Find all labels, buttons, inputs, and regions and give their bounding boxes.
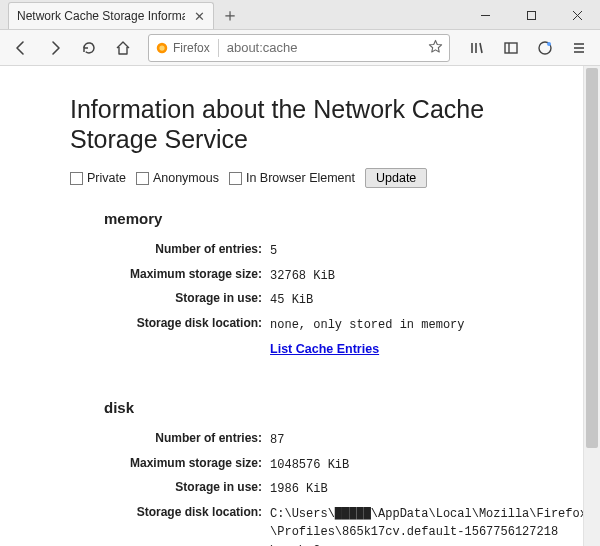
scrollbar-thumb[interactable] [586, 68, 598, 448]
checkbox-icon [229, 172, 242, 185]
window-titlebar: Network Cache Storage Informatio ✕ ＋ [0, 0, 600, 30]
update-button[interactable]: Update [365, 168, 427, 188]
page-title: Information about the Network Cache Stor… [70, 94, 552, 154]
svg-point-5 [159, 45, 164, 50]
reload-button[interactable] [74, 33, 104, 63]
row-value: 1986 KiB [270, 477, 587, 502]
private-checkbox[interactable]: Private [70, 171, 126, 185]
checkbox-icon [70, 172, 83, 185]
tab-title: Network Cache Storage Informatio [17, 9, 185, 23]
window-maximize-button[interactable] [508, 0, 554, 30]
table-row: Storage in use: 1986 KiB [130, 477, 587, 502]
checkbox-label: Private [87, 171, 126, 185]
home-button[interactable] [108, 33, 138, 63]
bookmark-star-icon[interactable] [428, 39, 443, 57]
table-row: Maximum storage size: 32768 KiB [130, 264, 464, 289]
library-button[interactable] [462, 33, 492, 63]
table-row: Storage in use: 45 KiB [130, 288, 464, 313]
row-label: Maximum storage size: [130, 264, 270, 289]
window-minimize-button[interactable] [462, 0, 508, 30]
table-row: Storage disk location: C:\Users\█████\Ap… [130, 502, 587, 546]
table-row: Number of entries: 87 [130, 428, 587, 453]
row-value: 1048576 KiB [270, 453, 587, 478]
vertical-scrollbar[interactable] [583, 66, 600, 546]
checkbox-label: Anonymous [153, 171, 219, 185]
urlbar-separator [218, 39, 219, 57]
row-label: Storage in use: [130, 288, 270, 313]
window-close-button[interactable] [554, 0, 600, 30]
svg-rect-9 [505, 43, 517, 53]
identity-label: Firefox [173, 41, 210, 55]
back-button[interactable] [6, 33, 36, 63]
row-label: Storage in use: [130, 477, 270, 502]
list-entries-link[interactable]: List Cache Entries [270, 342, 379, 356]
table-row: Number of entries: 5 [130, 239, 464, 264]
row-label: Storage disk location: [130, 313, 270, 338]
cache-section-memory: memory Number of entries: 5 Maximum stor… [70, 210, 552, 363]
row-value: 5 [270, 239, 464, 264]
sidebar-button[interactable] [496, 33, 526, 63]
checkbox-label: In Browser Element [246, 171, 355, 185]
row-value: 32768 KiB [270, 264, 464, 289]
app-menu-button[interactable] [564, 33, 594, 63]
svg-rect-1 [527, 11, 535, 19]
section-heading: memory [104, 210, 552, 227]
row-value: 87 [270, 428, 587, 453]
anonymous-checkbox[interactable]: Anonymous [136, 171, 219, 185]
identity-box[interactable]: Firefox [155, 41, 210, 55]
checkbox-icon [136, 172, 149, 185]
in-browser-element-checkbox[interactable]: In Browser Element [229, 171, 355, 185]
row-value: C:\Users\█████\AppData\Local\Mozilla\Fir… [270, 502, 587, 546]
detail-table: Number of entries: 5 Maximum storage siz… [130, 239, 464, 363]
row-label: Number of entries: [130, 428, 270, 453]
row-value: 45 KiB [270, 288, 464, 313]
window-controls [462, 0, 600, 29]
cache-section-disk: disk Number of entries: 87 Maximum stora… [70, 399, 552, 546]
url-text: about:cache [227, 40, 424, 55]
content-viewport: Information about the Network Cache Stor… [0, 66, 600, 546]
svg-point-12 [547, 42, 551, 46]
table-row: List Cache Entries [130, 337, 464, 363]
new-tab-button[interactable]: ＋ [216, 1, 244, 29]
url-bar[interactable]: Firefox about:cache [148, 34, 450, 62]
table-row: Maximum storage size: 1048576 KiB [130, 453, 587, 478]
extension-button[interactable] [530, 33, 560, 63]
section-heading: disk [104, 399, 552, 416]
detail-table: Number of entries: 87 Maximum storage si… [130, 428, 587, 546]
firefox-icon [155, 41, 169, 55]
tab-close-button[interactable]: ✕ [191, 8, 207, 24]
browser-toolbar: Firefox about:cache [0, 30, 600, 66]
filter-controls: Private Anonymous In Browser Element Upd… [70, 168, 552, 188]
row-label: Storage disk location: [130, 502, 270, 546]
row-label: Number of entries: [130, 239, 270, 264]
row-label: Maximum storage size: [130, 453, 270, 478]
row-value: none, only stored in memory [270, 313, 464, 338]
forward-button[interactable] [40, 33, 70, 63]
table-row: Storage disk location: none, only stored… [130, 313, 464, 338]
browser-tab[interactable]: Network Cache Storage Informatio ✕ [8, 2, 214, 29]
svg-line-8 [480, 43, 482, 53]
